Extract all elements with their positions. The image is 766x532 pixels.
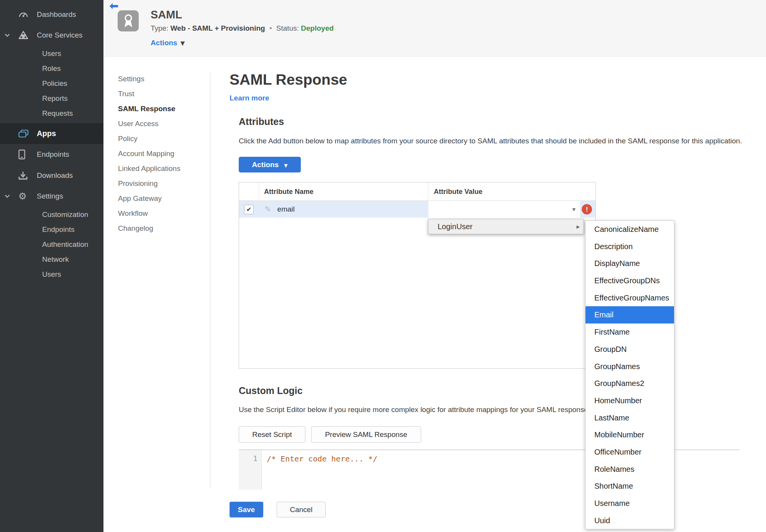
editor-code[interactable]: /* Enter code here... */ bbox=[267, 454, 377, 463]
attribute-value-dropdown[interactable] bbox=[428, 201, 580, 218]
sidebar-item-label: Core Services bbox=[37, 31, 82, 39]
submenu-item[interactable]: GroupNames bbox=[586, 358, 674, 375]
editor-gutter: 1 bbox=[239, 450, 262, 490]
submenu-item[interactable]: EffectiveGroupDNs bbox=[586, 272, 674, 289]
attributes-table: Attribute Name Attribute Value email bbox=[239, 182, 596, 369]
meta-separator: • bbox=[267, 24, 274, 32]
submenu-item[interactable]: EffectiveGroupNames bbox=[586, 289, 674, 307]
settings-subitems: CustomizationEndpointsAuthenticationNetw… bbox=[0, 207, 103, 282]
sidebar-item-settings[interactable]: ⚙ Settings bbox=[0, 189, 103, 204]
sidebar-item-label: Apps bbox=[37, 129, 56, 138]
subnav-item[interactable]: App Gateway bbox=[118, 191, 202, 206]
row-checkbox-cell bbox=[239, 205, 259, 214]
subnav-item[interactable]: Linked Applications bbox=[118, 161, 202, 176]
checkbox-column-header bbox=[239, 182, 259, 200]
submenu-item[interactable]: Description bbox=[586, 238, 674, 255]
edit-pencil-icon[interactable] bbox=[264, 205, 271, 214]
subnav-item[interactable]: Provisioning bbox=[118, 176, 202, 191]
attribute-value-column-header: Attribute Value bbox=[428, 182, 595, 200]
caret-down-icon bbox=[572, 205, 576, 213]
core-services-icon bbox=[18, 31, 30, 40]
status-badge: Deployed bbox=[301, 24, 334, 32]
saml-app-icon bbox=[118, 10, 139, 31]
submenu-item[interactable]: RoleNames bbox=[586, 461, 674, 478]
sidebar-subitem[interactable]: Roles bbox=[0, 61, 103, 76]
submenu-item[interactable]: MobileNumber bbox=[586, 426, 674, 443]
attributes-heading: Attributes bbox=[239, 116, 284, 127]
sidebar-item-downloads[interactable]: Downloads bbox=[0, 168, 103, 183]
sidebar-subitem[interactable]: Reports bbox=[0, 91, 103, 106]
sidebar-item-label: Dashboards bbox=[37, 10, 76, 19]
sidebar-subitem[interactable]: Endpoints bbox=[0, 222, 103, 237]
reset-script-button[interactable]: Reset Script bbox=[239, 426, 305, 443]
subnav-item[interactable]: Workflow bbox=[118, 206, 202, 221]
submenu-item[interactable]: DisplayName bbox=[586, 255, 674, 272]
sidebar-subitem[interactable]: Users bbox=[0, 267, 103, 282]
sidebar-subitem[interactable]: Network bbox=[0, 252, 103, 267]
learn-more-link[interactable]: Learn more bbox=[230, 94, 269, 102]
sidebar-subitem[interactable]: Policies bbox=[0, 76, 103, 91]
attribute-name-column-header: Attribute Name bbox=[259, 182, 428, 200]
sidebar-subitem[interactable]: Authentication bbox=[0, 237, 103, 252]
sidebar-subitem[interactable]: Customization bbox=[0, 207, 103, 222]
submenu-item[interactable]: OfficeNumber bbox=[586, 443, 674, 461]
apps-icon bbox=[18, 130, 30, 138]
app-meta: Type: Web - SAML + Provisioning • Status… bbox=[151, 24, 334, 33]
chevron-down-icon[interactable] bbox=[5, 195, 10, 198]
checkmark-icon bbox=[246, 206, 251, 213]
subnav-item[interactable]: Trust bbox=[118, 86, 202, 101]
line-number: 1 bbox=[253, 454, 258, 463]
chevron-down-icon[interactable] bbox=[5, 34, 10, 37]
sidebar-item-endpoints[interactable]: Endpoints bbox=[0, 147, 103, 162]
device-icon bbox=[18, 149, 30, 159]
subnav-item[interactable]: Account Mapping bbox=[118, 146, 202, 161]
submenu-item[interactable]: CanonicalizeName bbox=[586, 221, 674, 238]
attributes-actions-button[interactable]: Actions bbox=[239, 157, 301, 172]
subnav-item[interactable]: User Access bbox=[118, 116, 202, 131]
attribute-name-value: email bbox=[277, 205, 295, 213]
submenu-item[interactable]: LastName bbox=[586, 409, 674, 427]
submenu-item[interactable]: FirstName bbox=[586, 323, 674, 341]
subnav-item[interactable]: Settings bbox=[118, 71, 202, 86]
subnav-item[interactable]: SAML Response bbox=[118, 101, 202, 116]
preview-saml-response-button[interactable]: Preview SAML Response bbox=[311, 426, 421, 443]
app-window: Dashboards Core Services UsersRolesPolic… bbox=[0, 0, 766, 532]
attribute-name-cell: email bbox=[259, 205, 428, 214]
header-actions-menu[interactable]: Actions bbox=[151, 39, 185, 47]
sidebar-item-label: Endpoints bbox=[37, 150, 69, 159]
row-checkbox[interactable] bbox=[244, 205, 254, 214]
attribute-value-cell bbox=[428, 201, 595, 218]
sidebar-item-dashboards[interactable]: Dashboards bbox=[0, 7, 103, 22]
gear-icon: ⚙ bbox=[18, 192, 30, 201]
submenu-item[interactable]: HomeNumber bbox=[586, 392, 674, 409]
sidebar-item-label: Downloads bbox=[37, 171, 73, 180]
app-subnav: SettingsTrustSAML ResponseUser AccessPol… bbox=[118, 71, 202, 236]
sidebar-subitem[interactable]: Users bbox=[0, 46, 103, 61]
custom-logic-heading: Custom Logic bbox=[239, 385, 303, 396]
submenu-item[interactable]: Email bbox=[586, 306, 674, 323]
status-label: Status: bbox=[276, 24, 299, 32]
submenu-item[interactable]: Username bbox=[586, 495, 674, 512]
submenu-item[interactable]: GroupNames2 bbox=[586, 375, 674, 392]
table-row[interactable]: email bbox=[239, 201, 595, 218]
subnav-item[interactable]: Policy bbox=[118, 131, 202, 146]
save-button[interactable]: Save bbox=[230, 502, 263, 517]
sidebar: Dashboards Core Services UsersRolesPolic… bbox=[0, 0, 103, 532]
core-services-subitems: UsersRolesPoliciesReportsRequests bbox=[0, 46, 103, 121]
sidebar-subitem[interactable]: Requests bbox=[0, 106, 103, 121]
sidebar-item-label: Settings bbox=[37, 192, 63, 200]
cancel-button[interactable]: Cancel bbox=[277, 502, 326, 517]
caret-down-icon bbox=[180, 40, 185, 46]
custom-logic-description: Use the Script Editor below if you requi… bbox=[239, 406, 590, 414]
dropdown-menu-loginuser[interactable]: LoginUser bbox=[428, 219, 584, 234]
submenu-item[interactable]: Uuid bbox=[586, 512, 674, 529]
submenu-arrow-icon bbox=[576, 223, 580, 230]
submenu-item[interactable]: ShortName bbox=[586, 478, 674, 495]
app-header: SAML Type: Web - SAML + Provisioning • S… bbox=[103, 0, 766, 57]
section-title: SAML Response bbox=[230, 71, 347, 88]
sidebar-item-apps[interactable]: Apps bbox=[0, 123, 103, 144]
sidebar-item-core-services[interactable]: Core Services bbox=[0, 28, 103, 43]
submenu-item[interactable]: GroupDN bbox=[586, 341, 674, 358]
subnav-item[interactable]: Changelog bbox=[118, 221, 202, 236]
table-header: Attribute Name Attribute Value bbox=[239, 182, 595, 201]
